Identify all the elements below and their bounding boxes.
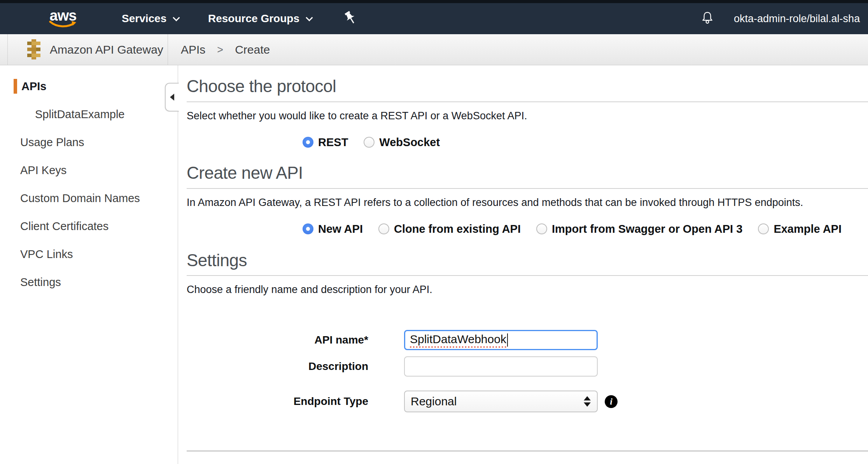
sidebar-item-api-keys[interactable]: API Keys [0, 156, 178, 184]
bell-icon[interactable] [700, 10, 714, 27]
sidebar-item-settings[interactable]: Settings [0, 268, 178, 296]
api-gateway-icon [25, 39, 43, 61]
create-api-radio-group: New API Clone from existing API Import f… [303, 223, 868, 235]
divider [187, 101, 868, 102]
sidebar-item-label: Client Certificates [20, 220, 108, 233]
active-accent-bar [14, 79, 17, 94]
sidebar-item-label: API Keys [20, 164, 66, 177]
sidebar-item-client-certificates[interactable]: Client Certificates [0, 212, 178, 240]
protocol-radio-group: REST WebSocket [303, 136, 868, 149]
breadcrumb-bar: Amazon API Gateway APIs > Create [0, 34, 868, 65]
api-name-value: SplitDataWebhook [410, 333, 506, 348]
services-menu[interactable]: Services [122, 12, 178, 25]
top-navigation-bar: aws Services Resource Groups [0, 0, 868, 34]
radio-unselected-icon[interactable] [378, 223, 389, 234]
description-label: Description [187, 360, 368, 373]
radio-websocket[interactable]: WebSocket [364, 136, 440, 149]
radio-label: New API [318, 223, 363, 235]
create-section-title: Create new API [187, 163, 868, 183]
chevron-left-icon [170, 94, 174, 101]
breadcrumb-service-name[interactable]: Amazon API Gateway [50, 34, 163, 65]
endpoint-type-row: Endpoint Type Regional i [187, 391, 868, 412]
aws-logo[interactable]: aws [49, 9, 77, 28]
sidebar-item-label: Usage Plans [20, 136, 84, 149]
radio-import-swagger[interactable]: Import from Swagger or Open API 3 [536, 223, 742, 235]
radio-clone-existing[interactable]: Clone from existing API [378, 223, 521, 235]
divider [168, 34, 168, 65]
pushpin-icon[interactable] [345, 11, 356, 26]
radio-example-api[interactable]: Example API [758, 223, 842, 235]
sidebar-item-vpc-links[interactable]: VPC Links [0, 240, 178, 268]
aws-smile-icon [49, 21, 77, 28]
protocol-section-description: Select whether you would like to create … [187, 110, 868, 122]
radio-label: WebSocket [379, 136, 440, 149]
divider [187, 275, 868, 276]
create-section-description: In Amazon API Gateway, a REST API refers… [187, 197, 868, 209]
radio-unselected-icon[interactable] [758, 223, 769, 234]
description-input[interactable] [404, 356, 598, 377]
info-glyph: i [610, 396, 612, 407]
api-name-row: API name* SplitDataWebhook [187, 330, 868, 350]
radio-label: Example API [774, 223, 842, 235]
aws-logo-text: aws [50, 9, 77, 22]
radio-new-api[interactable]: New API [303, 223, 363, 235]
settings-section-description: Choose a friendly name and description f… [187, 284, 868, 296]
breadcrumb: APIs > Create [181, 34, 270, 65]
sidebar-item-label: SplitDataExample [35, 108, 125, 121]
divider [187, 450, 868, 452]
resource-groups-menu[interactable]: Resource Groups [208, 12, 311, 25]
breadcrumb-separator: > [217, 44, 223, 56]
sidebar-item-custom-domain-names[interactable]: Custom Domain Names [0, 184, 178, 212]
radio-selected-icon[interactable] [303, 137, 313, 148]
sidebar-collapse-button[interactable] [165, 83, 179, 112]
info-icon[interactable]: i [605, 395, 618, 408]
sidebar-item-label: Custom Domain Names [20, 192, 140, 205]
account-role-menu[interactable]: okta-admin-role/bilal.al-sha [734, 13, 860, 25]
services-menu-label: Services [122, 12, 166, 25]
sidebar-item-usage-plans[interactable]: Usage Plans [0, 128, 178, 156]
endpoint-type-label: Endpoint Type [187, 395, 368, 408]
text-cursor [507, 333, 508, 347]
sidebar-item-apis[interactable]: APIs [0, 72, 178, 100]
protocol-section-title: Choose the protocol [187, 76, 868, 97]
radio-label: Import from Swagger or Open API 3 [552, 223, 742, 235]
api-name-input[interactable]: SplitDataWebhook [404, 330, 598, 350]
sidebar-item-label: APIs [21, 80, 46, 93]
radio-label: Clone from existing API [394, 223, 521, 235]
api-name-label: API name* [187, 334, 368, 346]
divider [187, 188, 868, 189]
radio-unselected-icon[interactable] [364, 137, 374, 148]
chevron-down-icon [306, 14, 313, 21]
radio-label: REST [318, 136, 348, 149]
radio-unselected-icon[interactable] [536, 223, 547, 234]
sidebar-item-label: Settings [20, 276, 61, 289]
radio-selected-icon[interactable] [303, 223, 313, 234]
api-settings-form: API name* SplitDataWebhook Description E… [187, 330, 868, 412]
endpoint-type-value: Regional [411, 395, 457, 408]
chevron-down-icon [173, 14, 180, 21]
resource-groups-menu-label: Resource Groups [208, 12, 299, 25]
settings-section-title: Settings [187, 250, 868, 271]
breadcrumb-item-apis[interactable]: APIs [181, 43, 205, 56]
sidebar: APIs SplitDataExample Usage Plans API Ke… [0, 65, 178, 464]
description-row: Description [187, 356, 868, 377]
breadcrumb-item-create: Create [235, 43, 270, 56]
select-stepper-icon [584, 396, 591, 407]
sidebar-item-label: VPC Links [20, 248, 73, 261]
endpoint-type-select[interactable]: Regional [404, 391, 598, 412]
radio-rest[interactable]: REST [303, 136, 348, 149]
divider [7, 34, 8, 65]
main-content: Choose the protocol Select whether you w… [178, 65, 868, 464]
sidebar-item-splitdataexample[interactable]: SplitDataExample [0, 100, 178, 128]
